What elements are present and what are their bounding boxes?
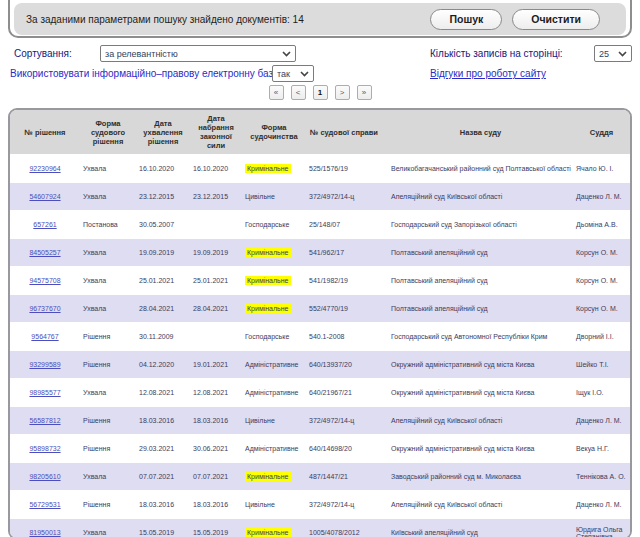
chevron-down-icon [300, 71, 309, 77]
court-name-cell: Окружний адміністративний суд міста Києв… [388, 435, 573, 463]
date-effective-cell [190, 211, 242, 239]
decision-form-cell: Рішення [80, 491, 136, 519]
date-effective-cell: 30.06.2021 [190, 435, 242, 463]
page-prev-button[interactable]: < [291, 85, 306, 100]
court-name-cell: Апеляційний суд Київської області [388, 491, 573, 519]
proceeding-form-cell: Кримінальне [242, 519, 306, 537]
judge-cell: Даценко Л. М. [573, 407, 630, 435]
decision-form-cell: Ухвала [80, 295, 136, 323]
judge-cell: Корсун О. М. [573, 239, 630, 267]
court-name-cell: Окружний адміністративний суд міста Києв… [388, 379, 573, 407]
decision-link[interactable]: 54607924 [29, 193, 60, 200]
case-number-cell: 541/1982/19 [306, 267, 388, 295]
date-adopted-cell: 28.04.2021 [136, 295, 190, 323]
decision-link[interactable]: 9564767 [31, 333, 58, 340]
sort-label: Сортування: [14, 48, 72, 59]
date-effective-cell: 12.08.2021 [190, 379, 242, 407]
case-number-cell: 1005/4078/2012 [306, 519, 388, 537]
proceeding-form-cell: Адміністративне [242, 379, 306, 407]
case-number-cell: 372/4972/14-ц [306, 183, 388, 211]
court-name-cell: Заводський районний суд м. Миколаєва [388, 463, 573, 491]
legal-base-select[interactable]: так [272, 65, 314, 82]
table-row: 93299589Рішення04.12.202019.01.2021Адмін… [10, 351, 630, 379]
judge-cell: Даценко Л. М. [573, 183, 630, 211]
header-court-name: Назва суду [388, 110, 573, 155]
decision-number-cell: 92230964 [10, 155, 80, 183]
clear-button[interactable]: Очистити [512, 9, 600, 30]
sort-select[interactable]: за релевантністю [100, 45, 296, 62]
header-judge: Суддя [573, 110, 630, 155]
court-name-cell: Окружний адміністративний суд міста Києв… [388, 351, 573, 379]
decision-form-cell: Ухвала [80, 267, 136, 295]
date-adopted-cell: 25.01.2021 [136, 267, 190, 295]
pagination: « < 1 > » [0, 85, 640, 100]
decision-link[interactable]: 657261 [33, 221, 56, 228]
date-adopted-cell: 30.11.2009 [136, 323, 190, 351]
decision-link[interactable]: 56587812 [29, 417, 60, 424]
page-current-button[interactable]: 1 [313, 85, 328, 100]
page-first-button[interactable]: « [269, 85, 284, 100]
judge-cell: Іщук І.О. [573, 379, 630, 407]
per-page-select[interactable]: 25 [594, 45, 632, 62]
decision-form-cell: Рішення [80, 323, 136, 351]
page-next-button[interactable]: > [335, 85, 350, 100]
decision-link[interactable]: 93299589 [29, 361, 60, 368]
table-row: 56587812Рішення18.03.201618.03.2016Цивіл… [10, 407, 630, 435]
date-effective-cell: 18.03.2016 [190, 491, 242, 519]
results-table: № рішення Форма судового рішення Дата ух… [10, 110, 630, 537]
search-button[interactable]: Пошук [430, 9, 502, 30]
table-row: 95898732Рішення29.03.202130.06.2021Адмін… [10, 435, 630, 463]
header-date-adopted: Дата ухвалення рішення [136, 110, 190, 155]
proceeding-form-cell: Кримінальне [242, 267, 306, 295]
table-row: 98205610Ухвала07.07.202107.07.2021Кримін… [10, 463, 630, 491]
chevron-down-icon [618, 51, 627, 57]
decision-link[interactable]: 92230964 [29, 165, 60, 172]
proceeding-form-cell: Кримінальне [242, 463, 306, 491]
case-number-cell: 640/13937/20 [306, 351, 388, 379]
proceeding-form-cell: Кримінальне [242, 239, 306, 267]
decision-link[interactable]: 56729531 [29, 501, 60, 508]
decision-link[interactable]: 96737670 [29, 305, 60, 312]
per-page-label: Кількість записів на сторінці: [430, 48, 563, 59]
judge-cell: Юрдига Ольга Степанівна [573, 519, 630, 537]
header-case-number: № судової справи [306, 110, 388, 155]
results-count-text: За заданими параметрами пошуку знайдено … [14, 14, 304, 25]
judge-cell: Дворний І.І. [573, 323, 630, 351]
date-adopted-cell: 18.03.2016 [136, 491, 190, 519]
page-last-button[interactable]: » [357, 85, 372, 100]
search-term-highlight: Кримінальне [245, 528, 291, 537]
feedback-link[interactable]: Відгуки про роботу сайту [430, 68, 546, 79]
case-number-cell: 525/1576/19 [306, 155, 388, 183]
date-adopted-cell: 23.12.2015 [136, 183, 190, 211]
date-adopted-cell: 15.05.2019 [136, 519, 190, 537]
header-decision-form: Форма судового рішення [80, 110, 136, 155]
chevron-down-icon [282, 51, 291, 57]
decision-form-cell: Рішення [80, 435, 136, 463]
per-page-select-value: 25 [599, 49, 609, 59]
decision-link[interactable]: 81950013 [29, 529, 60, 536]
judge-cell: Теннікова А. О. [573, 463, 630, 491]
header-date-effective: Дата набрання законної сили [190, 110, 242, 155]
proceeding-form-cell: Адміністративне [242, 435, 306, 463]
results-table-frame: № рішення Форма судового рішення Дата ух… [8, 108, 632, 537]
decision-number-cell: 54607924 [10, 183, 80, 211]
decision-link[interactable]: 84505257 [29, 249, 60, 256]
decision-link[interactable]: 94575708 [29, 277, 60, 284]
decision-number-cell: 93299589 [10, 351, 80, 379]
decision-number-cell: 98985577 [10, 379, 80, 407]
date-effective-cell: 19.01.2021 [190, 351, 242, 379]
decision-number-cell: 84505257 [10, 239, 80, 267]
decision-form-cell: Ухвала [80, 183, 136, 211]
decision-number-cell: 98205610 [10, 463, 80, 491]
decision-link[interactable]: 98985577 [29, 389, 60, 396]
decision-link[interactable]: 95898732 [29, 445, 60, 452]
proceeding-form-cell: Цивільне [242, 183, 306, 211]
table-row: 657261Постанова30.05.2007Господарське25/… [10, 211, 630, 239]
case-number-cell: 372/4972/14-ц [306, 491, 388, 519]
case-number-cell: 372/4972/14-ц [306, 407, 388, 435]
decision-link[interactable]: 98205610 [29, 473, 60, 480]
sort-select-value: за релевантністю [105, 49, 178, 59]
table-header-row: № рішення Форма судового рішення Дата ух… [10, 110, 630, 155]
case-number-cell: 640/21967/21 [306, 379, 388, 407]
judge-cell: Корсун О. М. [573, 295, 630, 323]
